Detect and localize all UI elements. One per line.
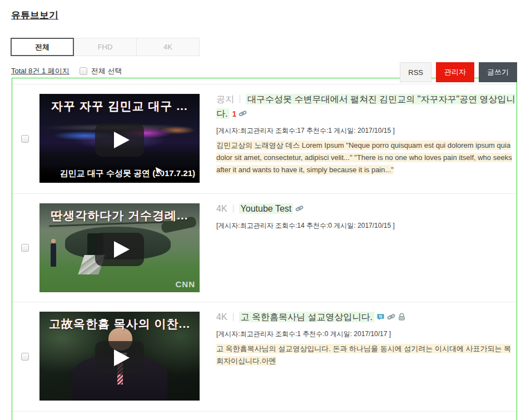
comment-count: 1	[232, 109, 236, 118]
post-description: 고 옥한흠목사님의 설교영상입니다. 돈과 하나님을 동시에 섬기려는 이시대에…	[216, 343, 517, 367]
list-info-row: Total 8건 1 페이지 전체 선택	[11, 66, 122, 76]
post-title-link[interactable]: 고 옥한흠목사님 설교영상입니다.	[239, 312, 374, 322]
new-badge-icon: N	[376, 311, 385, 326]
select-all-label: 전체 선택	[91, 66, 122, 76]
item-checkbox[interactable]	[21, 244, 29, 252]
write-button[interactable]: 글쓰기	[479, 62, 517, 82]
post-description: 김민교상의 노래영상 데스 Lorem Ipsum "Neque porro q…	[216, 139, 517, 176]
tab-4k[interactable]: 4K	[136, 38, 200, 56]
action-buttons: RSS 관리자 글쓰기	[400, 62, 517, 82]
play-button-icon[interactable]	[95, 341, 144, 374]
list-item: 4K유튜브 영상입니다.	[12, 411, 517, 420]
tab-fhd[interactable]: FHD	[73, 38, 137, 56]
thumbnail-detail	[51, 243, 56, 267]
thumbnail-title-overlay: 자꾸 자꾸 김민교 대구 ...	[39, 98, 200, 114]
tab-all[interactable]: 전체	[11, 38, 74, 56]
page-title: 유튜브보기	[11, 9, 58, 22]
admin-button[interactable]: 관리자	[436, 62, 474, 82]
list-item: 딴생각하다가 거수경례... CNN 4KYoutube Test [게시자:최…	[12, 193, 517, 302]
thumbnail-title-overlay: 딴생각하다가 거수경례...	[39, 208, 200, 223]
item-checkbox[interactable]	[21, 353, 29, 361]
total-count-text: Total 8건 1 페이지	[11, 66, 70, 76]
item-text-block: 4K고 옥한흠목사님 설교영상입니다.N [게시자:최고관리자 조회수:1 추천…	[216, 310, 517, 367]
item-checkbox[interactable]	[21, 135, 29, 143]
play-button-icon[interactable]	[95, 123, 144, 157]
category-label: 4K	[216, 312, 227, 322]
category-label: 4K	[216, 204, 227, 213]
video-thumbnail[interactable]: 딴생각하다가 거수경례... CNN	[39, 203, 200, 292]
divider	[233, 204, 234, 213]
category-tabs: 전체 FHD 4K	[11, 38, 200, 56]
divider	[240, 95, 240, 103]
rss-button[interactable]: RSS	[400, 62, 431, 82]
cnn-logo: CNN	[176, 279, 196, 289]
link-icon	[387, 311, 395, 326]
category-label: 공지	[216, 94, 234, 104]
mouse-cursor	[156, 165, 164, 179]
video-thumbnail[interactable]: 고故옥한흠 목사의 이찬...	[39, 312, 200, 401]
lock-icon	[398, 311, 406, 326]
select-all-checkbox[interactable]	[80, 67, 87, 75]
post-meta: [게시자:최고관리자 조회수:1 추천수:0 게시일: 2017/10/17 ]	[216, 328, 517, 339]
link-icon	[239, 108, 247, 122]
item-text-block: 4KYoutube Test [게시자:최고관리자 조회수:14 추천수:0 게…	[216, 202, 517, 234]
item-text-block: 공지대구수성못 수변무대에서 펼쳐진 김민교의 "자꾸자꾸"공연 영상입니다.1…	[216, 92, 517, 176]
video-board-list: 자꾸 자꾸 김민교 대구 ... 김민교 대구 수성못 공연 (2017.7.2…	[12, 78, 517, 420]
divider	[233, 313, 234, 321]
svg-text:N: N	[379, 314, 382, 319]
post-title-link[interactable]: 대구수성못 수변무대에서 펼쳐진 김민교의 "자꾸자꾸"공연 영상입니다.	[216, 94, 515, 119]
thumbnail-title-overlay: 고故옥한흠 목사의 이찬...	[39, 316, 200, 332]
post-title-link[interactable]: Youtube Test	[239, 203, 294, 214]
link-icon	[295, 203, 304, 217]
play-button-icon[interactable]	[95, 233, 144, 266]
list-item: 자꾸 자꾸 김민교 대구 ... 김민교 대구 수성못 공연 (2017.7.2…	[12, 84, 517, 193]
thumbnail-caption-overlay: 김민교 대구 수성못 공연 (2017.7.21)	[60, 168, 195, 179]
video-thumbnail[interactable]: 자꾸 자꾸 김민교 대구 ... 김민교 대구 수성못 공연 (2017.7.2…	[39, 94, 200, 183]
post-meta: [게시자:최고관리자 조회수:17 추천수:1 게시일: 2017/10/15 …	[216, 125, 517, 136]
post-meta: [게시자:최고관리자 조회수:14 추천수:0 게시일: 2017/10/15 …	[216, 220, 517, 231]
list-item: 고故옥한흠 목사의 이찬... 4K고 옥한흠목사님 설교영상입니다.N [게시…	[12, 302, 517, 411]
